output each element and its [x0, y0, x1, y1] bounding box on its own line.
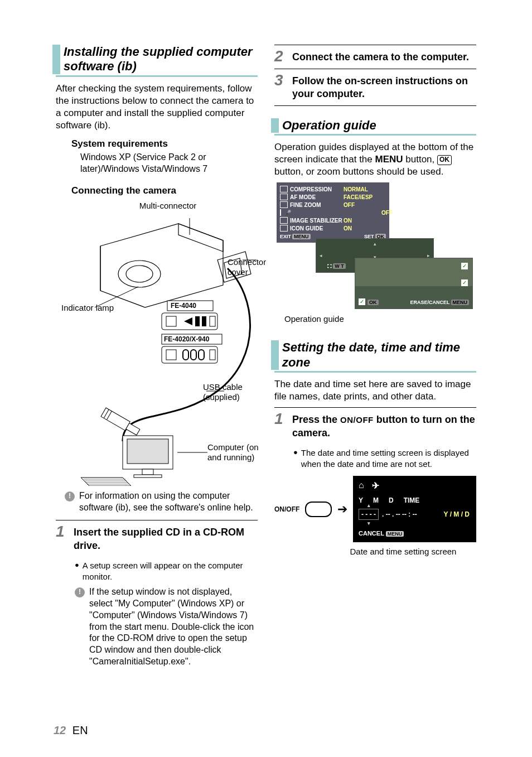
arrow-right-icon: ➔: [337, 502, 347, 517]
date-time-intro: The date and time set here are saved to …: [274, 378, 476, 403]
heading-date-time: Setting the date, time and time zone: [274, 340, 476, 373]
svg-point-1: [126, 266, 153, 282]
svg-rect-9: [202, 316, 206, 326]
onoff-button-icon: [305, 502, 332, 517]
svg-rect-23: [127, 439, 168, 464]
step-2-number: 2: [274, 49, 287, 64]
globe-icon: ✈: [372, 480, 379, 491]
sysreq-heading: System requirements: [71, 138, 258, 150]
label-connector-cover: Connector cover: [228, 257, 266, 277]
step-3-number: 3: [274, 73, 287, 101]
operation-guide-diagram: COMPRESSIONNORMAL AF MODEFACE/iESP FINE …: [277, 182, 476, 311]
operation-guide-caption: Operation guide: [284, 314, 476, 324]
year-field: - - - -: [359, 509, 379, 520]
step-1-number: 1: [56, 524, 68, 552]
label-indicator-lamp: Indicator lamp: [61, 303, 114, 312]
label-multi-connector: Multi-connector: [78, 201, 258, 210]
note-computer-software: For information on using the computer so…: [79, 490, 258, 514]
heading-install-software: Installing the supplied computer softwar…: [56, 45, 258, 77]
step-1-note: If the setup window is not displayed, se…: [89, 586, 258, 668]
camera-mode-icon: [280, 186, 288, 192]
svg-rect-13: [166, 350, 176, 360]
play-icon: [280, 201, 288, 208]
ok-icon: OK: [437, 155, 452, 165]
label-computer: Computer (on and running): [207, 442, 269, 462]
home-icon: ⌂: [359, 480, 364, 491]
svg-rect-19: [126, 423, 140, 435]
page-number: 12: [54, 724, 66, 736]
label-model-b: FE-4020/X-940: [164, 335, 209, 343]
date-time-caption: Date and time setting screen: [330, 547, 476, 556]
svg-rect-7: [166, 316, 176, 326]
svg-point-0: [118, 261, 161, 287]
svg-rect-25: [134, 475, 162, 478]
dt-step-1-text: Press the ON/OFF button to turn on the c…: [292, 411, 476, 440]
camera-diagram: Multi-connector: [78, 201, 258, 486]
dt-step-1-bullet: The date and time setting screen is disp…: [301, 447, 476, 469]
date-time-screen: ⌂ ✈ Y M D TIME - - - - . -- . -- -- : --…: [353, 476, 476, 542]
onoff-label: ON/OFF: [274, 505, 299, 513]
step-1-bullet: A setup screen will appear on the comput…: [83, 560, 258, 582]
tool3-icon: [280, 225, 288, 232]
playback-guide-panel: ✓ ✓ ✓ OK ERASE/CANCELMENU: [355, 258, 473, 309]
step-3-text: Follow the on-screen instructions on you…: [292, 73, 476, 101]
sysreq-body: Windows XP (Service Pack 2 or later)/Win…: [80, 152, 258, 175]
onoff-diagram: ON/OFF ➔ ⌂ ✈ Y M D TIME - - - - . -- . -…: [274, 476, 476, 542]
menu-screen: COMPRESSIONNORMAL AF MODEFACE/iESP FINE …: [277, 182, 389, 243]
connect-heading: Connecting the camera: [71, 185, 258, 196]
operation-guide-intro: Operation guides displayed at the bottom…: [274, 141, 476, 178]
note-icon: !: [75, 587, 85, 597]
page-lang: EN: [72, 724, 88, 736]
face-icon: [280, 194, 288, 200]
tool2-icon: [280, 217, 288, 224]
svg-rect-24: [142, 469, 153, 475]
page-footer: 12 EN: [54, 724, 88, 737]
svg-rect-8: [195, 316, 200, 326]
dt-step-1-number: 1: [274, 411, 287, 440]
step-2-text: Connect the camera to the computer.: [292, 49, 469, 64]
note-icon: !: [65, 491, 75, 502]
intro-text: After checking the system requirements, …: [56, 83, 258, 132]
label-usb-cable: USB cable (supplied): [203, 382, 253, 402]
step-1-text: Insert the supplied CD in a CD-ROM drive…: [74, 524, 258, 552]
tool1-icon: [280, 209, 281, 216]
bullet-icon: ●: [293, 447, 298, 469]
svg-rect-18: [101, 408, 130, 431]
label-model-a: FE-4040: [171, 302, 196, 310]
bullet-icon: ●: [75, 560, 79, 582]
heading-operation-guide: Operation guide: [274, 118, 476, 136]
